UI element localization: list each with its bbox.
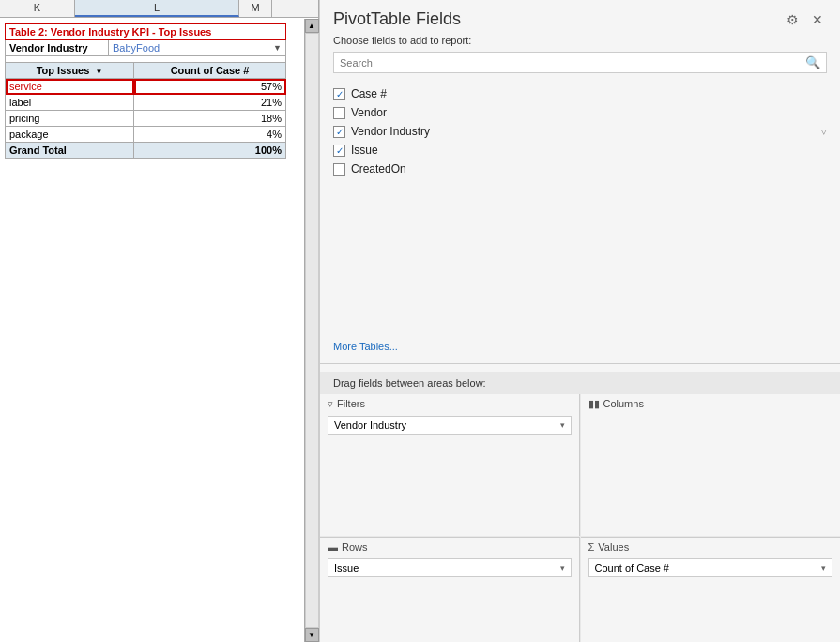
- panel-header: PivotTable Fields ⚙ ✕: [320, 0, 840, 35]
- values-icon: Σ: [588, 542, 595, 553]
- pivot-title: Table 2: Vendor Industry KPI - Top Issue…: [5, 23, 286, 40]
- rows-icon: ▬: [328, 542, 338, 553]
- field-checkbox[interactable]: ✓: [333, 88, 345, 100]
- filter-dropdown-arrow: ▾: [560, 420, 565, 430]
- rows-label: Rows: [342, 542, 368, 553]
- drag-area-filters-header: ▿ Filters: [320, 394, 579, 414]
- spreadsheet-area: K L M ▲ ▼ Table 2: Vendor Industry KPI -…: [0, 0, 319, 642]
- pivot-table-header-row: Top Issues ▼ Count of Case #: [6, 63, 286, 79]
- drag-area-columns-header: ▮▮ Columns: [581, 394, 841, 414]
- pivot-row-count: 4%: [134, 127, 286, 143]
- field-checkbox[interactable]: ✓: [333, 145, 345, 157]
- panel-close-button[interactable]: ✕: [808, 10, 827, 29]
- pivot-filter-value[interactable]: BabyFood ▼: [109, 40, 285, 55]
- fields-separator: [320, 363, 840, 364]
- field-checkbox[interactable]: [333, 107, 345, 119]
- scroll-track[interactable]: [305, 33, 319, 628]
- field-item[interactable]: CreatedOn: [333, 160, 827, 178]
- pivot-row-issue: pricing: [6, 111, 134, 127]
- field-item[interactable]: ✓ Issue: [333, 141, 827, 160]
- drag-areas-grid: ▿ Filters Vendor Industry ▾ ▮▮ Columns ▬…: [320, 394, 840, 643]
- values-dropdown-text: Count of Case #: [595, 562, 670, 573]
- pivot-row-issue: service: [6, 79, 134, 95]
- field-name: Vendor Industry: [351, 125, 430, 138]
- pivot-row-count: 18%: [134, 111, 286, 127]
- filter-value-text: BabyFood: [113, 42, 160, 54]
- pivot-table-row[interactable]: label 21%: [6, 95, 286, 111]
- pivot-table-row[interactable]: package 4%: [6, 127, 286, 143]
- pivot-data-table: Top Issues ▼ Count of Case # service 57%…: [5, 62, 286, 159]
- pivot-row-issue: package: [6, 127, 134, 143]
- grand-total-label: Grand Total: [6, 143, 134, 159]
- scroll-up-arrow[interactable]: ▲: [305, 19, 319, 33]
- field-checkbox[interactable]: [333, 163, 345, 176]
- pivot-filter-label: Vendor Industry: [6, 40, 109, 55]
- col-header-k: K: [0, 0, 75, 17]
- field-name: Issue: [351, 144, 378, 157]
- panel-header-icons: ⚙ ✕: [783, 10, 827, 29]
- field-item[interactable]: Vendor: [333, 103, 827, 122]
- field-filter-icon: ▿: [821, 126, 827, 138]
- pivot-row-count: 57%: [134, 79, 286, 95]
- col-issues-dropdown[interactable]: ▼: [95, 68, 102, 76]
- col-header-l: L: [75, 0, 239, 17]
- drag-areas-label: Drag fields between areas below:: [320, 372, 840, 394]
- rows-dropdown-text: Issue: [334, 562, 359, 573]
- pivot-col-count: Count of Case #: [134, 63, 286, 79]
- rows-dropdown[interactable]: Issue ▾: [328, 558, 572, 577]
- drag-area-filters: ▿ Filters Vendor Industry ▾: [320, 394, 580, 537]
- filters-label: Filters: [337, 398, 365, 409]
- more-tables-link[interactable]: More Tables...: [320, 337, 840, 356]
- pivot-table-row[interactable]: service 57%: [6, 79, 286, 95]
- vertical-scrollbar[interactable]: ▲ ▼: [304, 19, 318, 642]
- panel-settings-button[interactable]: ⚙: [783, 10, 802, 29]
- col-issues-label: Top Issues: [37, 65, 90, 76]
- pivot-table-container: Table 2: Vendor Industry KPI - Top Issue…: [5, 23, 286, 159]
- filter-dropdown-icon[interactable]: ▼: [273, 43, 282, 53]
- pivot-row-count: 21%: [134, 95, 286, 111]
- pivot-row-issue: label: [6, 95, 134, 111]
- drag-area-rows: ▬ Rows Issue ▾: [320, 537, 580, 642]
- rows-dropdown-arrow: ▾: [560, 563, 565, 573]
- drag-area-columns: ▮▮ Columns: [581, 394, 841, 537]
- pivot-table-row[interactable]: pricing 18%: [6, 111, 286, 127]
- column-headers: K L M: [0, 0, 318, 18]
- field-name: Case #: [351, 87, 387, 100]
- columns-icon: ▮▮: [588, 398, 600, 410]
- search-box[interactable]: 🔍: [333, 52, 827, 73]
- scroll-down-arrow[interactable]: ▼: [305, 628, 319, 642]
- drag-area-values: Σ Values Count of Case # ▾: [581, 537, 841, 642]
- field-checkbox[interactable]: ✓: [333, 126, 345, 138]
- fields-list: ✓ Case # Vendor ✓ Vendor Industry ▿ ✓ Is…: [320, 81, 840, 337]
- values-dropdown[interactable]: Count of Case # ▾: [588, 558, 833, 577]
- pivot-filter-row: Vendor Industry BabyFood ▼: [5, 40, 286, 56]
- filter-funnel-icon: ▿: [328, 398, 333, 410]
- field-item[interactable]: ✓ Case #: [333, 84, 827, 103]
- drag-area-values-header: Σ Values: [581, 538, 841, 557]
- col-header-m: M: [239, 0, 272, 17]
- search-input[interactable]: [340, 57, 805, 69]
- values-dropdown-arrow: ▾: [821, 563, 826, 573]
- field-name: Vendor: [351, 106, 387, 119]
- values-label: Values: [598, 542, 629, 553]
- drag-area-rows-header: ▬ Rows: [320, 538, 579, 557]
- pivot-grand-total-row: Grand Total 100%: [6, 143, 286, 159]
- filters-dropdown[interactable]: Vendor Industry ▾: [328, 416, 572, 435]
- columns-empty-area[interactable]: [588, 416, 833, 472]
- field-name: CreatedOn: [351, 162, 406, 176]
- field-item[interactable]: ✓ Vendor Industry ▿: [333, 122, 827, 141]
- columns-label: Columns: [603, 398, 644, 409]
- pivot-fields-panel: PivotTable Fields ⚙ ✕ Choose fields to a…: [319, 0, 840, 642]
- panel-title: PivotTable Fields: [333, 9, 461, 29]
- grand-total-value: 100%: [134, 143, 286, 159]
- panel-subtitle: Choose fields to add to report:: [320, 35, 840, 52]
- search-icon: 🔍: [805, 55, 820, 69]
- filter-dropdown-text: Vendor Industry: [334, 420, 406, 431]
- pivot-col-issues[interactable]: Top Issues ▼: [6, 63, 134, 79]
